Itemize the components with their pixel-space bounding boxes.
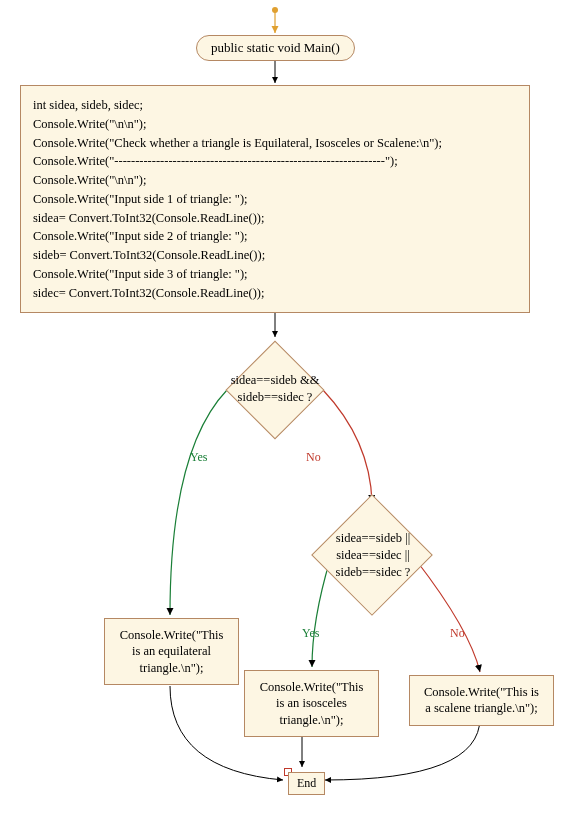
svg-point-0 xyxy=(272,7,278,13)
edge-yes-2: Yes xyxy=(302,626,319,641)
decision-2-text: sidea==sideb ||sidea==sidec ||sideb==sid… xyxy=(298,530,448,581)
end-label: End xyxy=(297,776,316,790)
code-line: Console.Write("Input side 1 of triangle:… xyxy=(33,190,517,209)
code-line: Console.Write("\n\n"); xyxy=(33,171,517,190)
edge-yes-1: Yes xyxy=(190,450,207,465)
code-line: Console.Write("Input side 3 of triangle:… xyxy=(33,265,517,284)
edge-no-1: No xyxy=(306,450,321,465)
code-line: sidec= Convert.ToInt32(Console.ReadLine(… xyxy=(33,284,517,303)
code-line: Console.Write("\n\n"); xyxy=(33,115,517,134)
code-line: Console.Write("-------------------------… xyxy=(33,152,517,171)
end-node: End xyxy=(288,772,325,795)
output-scalene: Console.Write("This is a scalene triangl… xyxy=(409,675,554,726)
out-equilateral-text: Console.Write("This is an equilateral tr… xyxy=(120,628,224,675)
edge-no-2: No xyxy=(450,626,465,641)
start-label: public static void Main() xyxy=(211,40,340,55)
decision-line: sidea==sidec || xyxy=(298,547,448,564)
end-node-outer: End xyxy=(284,768,292,776)
out-scalene-text: Console.Write("This is a scalene triangl… xyxy=(424,685,539,715)
code-line: sidea= Convert.ToInt32(Console.ReadLine(… xyxy=(33,209,517,228)
decision-1-text: sidea==sideb &&sideb==sidec ? xyxy=(200,372,350,406)
output-isosceles: Console.Write("This is an isosceles tria… xyxy=(244,670,379,737)
out-isosceles-text: Console.Write("This is an isosceles tria… xyxy=(260,680,364,727)
output-equilateral: Console.Write("This is an equilateral tr… xyxy=(104,618,239,685)
code-block: int sidea, sideb, sidec;Console.Write("\… xyxy=(20,85,530,313)
decision-line: sideb==sidec ? xyxy=(200,389,350,406)
code-line: sideb= Convert.ToInt32(Console.ReadLine(… xyxy=(33,246,517,265)
code-line: Console.Write("Check whether a triangle … xyxy=(33,134,517,153)
code-line: int sidea, sideb, sidec; xyxy=(33,96,517,115)
decision-line: sidea==sideb && xyxy=(200,372,350,389)
decision-line: sidea==sideb || xyxy=(298,530,448,547)
code-line: Console.Write("Input side 2 of triangle:… xyxy=(33,227,517,246)
decision-line: sideb==sidec ? xyxy=(298,564,448,581)
start-node: public static void Main() xyxy=(196,35,355,61)
